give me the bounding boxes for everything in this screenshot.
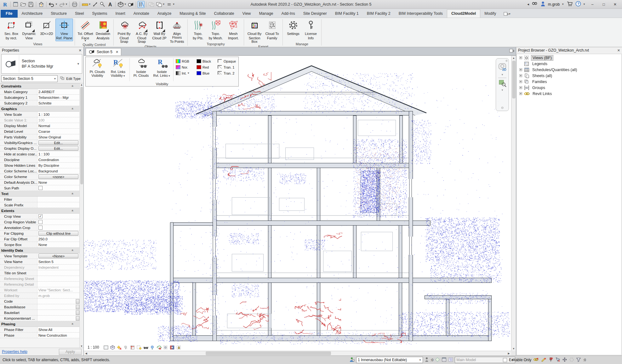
lighting-icon[interactable]: [123, 344, 129, 350]
ribbon-tab-view[interactable]: View: [238, 10, 255, 18]
reveal-constraints-icon[interactable]: [163, 344, 168, 350]
shadows-icon[interactable]: [110, 344, 116, 350]
sun-path-icon[interactable]: [117, 344, 122, 350]
property-value[interactable]: [37, 219, 79, 225]
browser-item-views-bf-[interactable]: Views (BF): [517, 55, 621, 61]
property-group-text[interactable]: Text«: [0, 191, 79, 197]
redo-icon-caret[interactable]: ▼: [65, 3, 68, 6]
customize-icon[interactable]: [166, 1, 173, 8]
property-value[interactable]: Schnitte: [37, 100, 79, 106]
expand-icon[interactable]: [519, 80, 522, 83]
drawing-canvas-area[interactable]: Pt. CloudsVisibilityRRvt. LinksVisibilit…: [84, 55, 516, 356]
property-value[interactable]: Edit...: [37, 146, 79, 151]
property-value[interactable]: [37, 270, 79, 276]
ribbon-tab-analyze[interactable]: Analyze: [153, 10, 175, 18]
horizontal-scrollbar[interactable]: ◀▶: [84, 351, 511, 356]
reveal-hidden-icon[interactable]: [150, 344, 155, 350]
revit-logo[interactable]: R: [2, 1, 9, 8]
color-mode-opaque[interactable]: Opaque: [217, 59, 237, 64]
property-value[interactable]: Show Original: [37, 134, 79, 140]
property-group-graphics[interactable]: Graphics«: [0, 106, 79, 112]
property-value[interactable]: 1 : 100: [37, 151, 79, 157]
ribbon-display-toggle[interactable]: ▼: [503, 11, 511, 16]
ribbon-tab-modify[interactable]: Modify: [480, 10, 500, 18]
navbar-close-icon[interactable]: ⊗: [505, 59, 508, 62]
property-value[interactable]: None: [37, 180, 79, 185]
save-icon[interactable]: [27, 1, 34, 8]
view-tabs-options-icon[interactable]: [509, 48, 515, 54]
properties-window-icon[interactable]: [12, 1, 19, 8]
split-button-corner[interactable]: [162, 29, 165, 32]
cloud-by-section-box-button[interactable]: Cloud BySection Box: [246, 19, 263, 44]
close-button[interactable]: ✕: [611, 1, 619, 8]
section-drawing[interactable]: [84, 56, 511, 351]
ribbon-tab-manage[interactable]: Manage: [255, 10, 277, 18]
property-value-button[interactable]: Edit...: [38, 140, 78, 145]
property-checkbox[interactable]: [38, 226, 43, 230]
property-value[interactable]: 250.0: [37, 236, 79, 242]
browser-item-legends[interactable]: Legends: [517, 61, 621, 67]
property-browse-button[interactable]: [76, 316, 79, 321]
license-info-button[interactable]: LicenseInfo: [302, 19, 320, 41]
property-value[interactable]: Background: [37, 168, 79, 174]
maximize-button[interactable]: □: [599, 1, 608, 8]
element-selector-combobox[interactable]: Section: Section 5 ▼: [1, 75, 58, 82]
view-lock-icon[interactable]: [176, 344, 182, 350]
expand-icon[interactable]: [519, 86, 522, 89]
cloud-to-family-button[interactable]: Cloud ToFamily: [263, 19, 281, 41]
property-group-phasing[interactable]: Phasing«: [0, 321, 79, 327]
infocenter-back-icon[interactable]: ◂: [527, 2, 529, 6]
ribbon-tab-insert[interactable]: Insert: [111, 10, 129, 18]
ribbon-tab-massing-site[interactable]: Massing & Site: [175, 10, 210, 18]
color-mode-tran-1[interactable]: Tran. 1: [217, 65, 237, 70]
split-button-corner[interactable]: [106, 29, 109, 32]
property-value[interactable]: By Discipline: [37, 163, 79, 168]
property-value[interactable]: View "Section: Sect...: [37, 287, 79, 293]
editable-only-checkbox[interactable]: [503, 358, 507, 362]
property-value[interactable]: [37, 282, 79, 287]
isolate-rvt-links-button[interactable]: RIsolateRvt. Links ▼: [151, 58, 172, 82]
measure-icon[interactable]: [82, 1, 88, 8]
button-menu-caret[interactable]: ▼: [123, 75, 125, 77]
property-value-button[interactable]: Edit...: [38, 146, 78, 151]
property-value[interactable]: None: [37, 242, 79, 247]
property-value[interactable]: Coarse: [37, 129, 79, 134]
crop-view-icon[interactable]: [130, 344, 135, 350]
property-value[interactable]: m.grob: [37, 293, 79, 298]
intensity-menu-caret[interactable]: ▼: [187, 72, 190, 75]
group-collapse-icon[interactable]: «: [71, 193, 75, 195]
color-mode-black[interactable]: Black: [197, 59, 216, 64]
property-value[interactable]: ✓: [37, 214, 79, 219]
property-value[interactable]: 100: [37, 117, 79, 123]
property-value[interactable]: Independent: [37, 265, 79, 270]
property-value[interactable]: [37, 299, 75, 304]
browser-item-groups[interactable]: Groups: [517, 85, 621, 91]
property-value[interactable]: New Construction: [37, 333, 79, 338]
drag-elements-icon[interactable]: [562, 357, 567, 363]
group-collapse-icon[interactable]: «: [71, 108, 75, 110]
property-value[interactable]: Teilansichten - Mgr: [37, 95, 79, 100]
group-collapse-icon[interactable]: «: [71, 210, 75, 212]
view-tab-section5[interactable]: Section 5 ✕: [86, 48, 121, 55]
ribbon-tab-bim-interoperability-tools[interactable]: BIM Interoperability Tools: [395, 10, 447, 18]
measure-icon-caret[interactable]: ▼: [88, 3, 91, 6]
switch-windows-icon[interactable]: [156, 1, 163, 8]
property-checkbox[interactable]: ✓: [38, 214, 43, 218]
pt-clouds-visibility-button[interactable]: Pt. CloudsVisibility: [87, 58, 108, 82]
property-value[interactable]: [37, 310, 75, 315]
user-menu-caret[interactable]: ▼: [562, 3, 564, 6]
ribbon-tab-site-designer[interactable]: Site Designer: [299, 10, 331, 18]
open-icon[interactable]: [20, 1, 27, 8]
align-floors-to-points-button[interactable]: Align FloorsTo Points: [168, 19, 186, 44]
group-collapse-icon[interactable]: «: [71, 85, 75, 87]
selection-filter-icon[interactable]: [576, 357, 581, 363]
browser-item-sheets-all-[interactable]: Sheets (all): [517, 73, 621, 79]
type-selector-caret[interactable]: ▼: [77, 54, 82, 73]
color-mode-nor-[interactable]: Nor.: [176, 65, 195, 70]
zoom-region-icon[interactable]: [498, 79, 507, 88]
property-value-button[interactable]: Clip without line: [38, 231, 78, 236]
browser-item-revit-links[interactable]: Revit Links: [517, 91, 621, 97]
property-value[interactable]: <None>: [37, 253, 79, 259]
property-group-constraints[interactable]: Constraints«: [0, 83, 79, 89]
default-3d-icon-caret[interactable]: ▼: [124, 3, 127, 6]
